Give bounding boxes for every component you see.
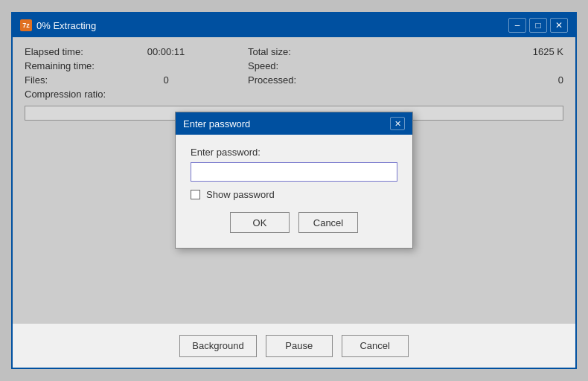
content-area: Elapsed time: 00:00:11 Total size: 1625 … — [13, 37, 575, 323]
show-password-checkbox[interactable] — [191, 190, 200, 199]
password-input[interactable] — [191, 162, 397, 182]
cancel-bottom-button[interactable]: Cancel — [342, 335, 409, 357]
cancel-button[interactable]: Cancel — [298, 212, 358, 233]
title-controls: – □ ✕ — [508, 18, 568, 33]
password-dialog: Enter password ✕ Enter password: Show pa… — [175, 112, 413, 249]
dialog-close-button[interactable]: ✕ — [390, 117, 405, 130]
show-password-row: Show password — [191, 189, 397, 200]
minimize-button[interactable]: – — [508, 18, 526, 33]
main-window: 7z 0% Extracting – □ ✕ Elapsed time: 00:… — [11, 12, 577, 369]
modal-overlay: Enter password ✕ Enter password: Show pa… — [13, 37, 575, 323]
window-title: 0% Extracting — [36, 20, 96, 31]
title-bar: 7z 0% Extracting – □ ✕ — [13, 13, 575, 37]
show-password-label[interactable]: Show password — [206, 189, 275, 200]
dialog-body: Enter password: Show password OK Cancel — [176, 135, 412, 248]
maximize-button[interactable]: □ — [529, 18, 547, 33]
dialog-title-bar: Enter password ✕ — [176, 112, 412, 135]
dialog-buttons: OK Cancel — [191, 212, 397, 233]
title-bar-left: 7z 0% Extracting — [20, 19, 96, 31]
bottom-bar: Background Pause Cancel — [13, 323, 575, 368]
ok-button[interactable]: OK — [230, 212, 290, 233]
pause-button[interactable]: Pause — [266, 335, 333, 357]
app-icon: 7z — [20, 19, 32, 31]
close-window-button[interactable]: ✕ — [550, 18, 568, 33]
dialog-title: Enter password — [183, 118, 250, 129]
background-button[interactable]: Background — [179, 335, 256, 357]
password-label: Enter password: — [191, 147, 397, 158]
